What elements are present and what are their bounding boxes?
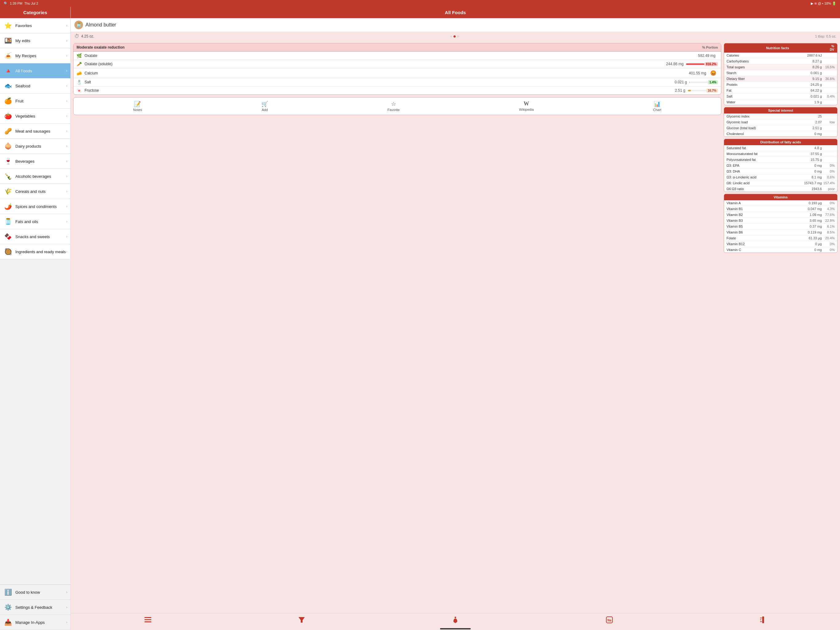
home-bar [440, 628, 471, 629]
dot-2[interactable] [453, 35, 456, 38]
sidebar-label-settings: Settings & Feedback [15, 605, 66, 610]
sidebar-label-vegetables: Vegetables [15, 114, 66, 119]
sidebar-item-beverages[interactable]: 🍷 Beverages › [0, 154, 70, 169]
nutr-name-vitamin-rows-1: Vitamin B1 [726, 207, 808, 211]
dot-1[interactable] [450, 35, 452, 38]
dot-3[interactable] [457, 35, 459, 38]
sidebar-label-all-foods: All Foods [15, 69, 66, 73]
favorite-action[interactable]: ☆ Favorite [385, 99, 402, 113]
left-panel: Moderate oxalate reduction % Portion 🌿 O… [73, 43, 721, 611]
nutr-name-vitamin-rows-0: Vitamin A [726, 201, 808, 205]
nutr-dv-nutrition-rows-7: 0.4% [822, 95, 835, 98]
status-icons: ▶ ≋ @ ▪ 18% 🔋 [811, 2, 836, 6]
sidebar-item-ingredients[interactable]: 🥘 Ingredients and ready meals › [0, 244, 70, 259]
sidebar-item-dairy[interactable]: 🧅 Dairy products › [0, 139, 70, 154]
sidebar-item-cereals[interactable]: 🌾 Cereals and nuts › [0, 184, 70, 199]
sidebar-item-fruit[interactable]: 🍊 Fruit › [0, 93, 70, 109]
nutr-name-special-interest-rows-2: Glucose (total load) [726, 126, 812, 130]
nutr-value-vitamin-rows-5: 0.119 mg [808, 230, 822, 234]
sidebar-item-good-to-know[interactable]: ℹ️ Good to know › [0, 585, 70, 600]
toolbar-label[interactable]: Na [601, 615, 618, 624]
food-header: 🫙 Almond butter [71, 18, 840, 32]
nutrition-row-vitamin-rows-7: Vitamin B12 0 μg 0% [724, 241, 837, 247]
nutr-name-nutrition-rows-3: Starch [726, 71, 810, 75]
nutr-dv-fatty-acid-rows-6: 157.4% [822, 181, 835, 185]
chevron-icon-good-to-know: › [66, 590, 67, 594]
nutr-dv-nutrition-rows-2: 16.5% [822, 65, 835, 69]
nutr-name-nutrition-rows-7: Salt [726, 95, 810, 98]
chevron-icon-seafood: › [66, 84, 67, 88]
nutr-value-special-interest-rows-3: 0 mg [815, 132, 822, 136]
sidebar-bottom: ℹ️ Good to know › ⚙️ Settings & Feedback… [0, 584, 70, 630]
toolbar-list[interactable] [140, 616, 156, 624]
add-action[interactable]: 🛒 Add [259, 99, 271, 113]
progress-4 [688, 90, 706, 91]
svg-text:Na: Na [607, 619, 611, 622]
notes-icon: 📝 [134, 101, 141, 108]
nutrition-facts-section: Nutrition facts % DV Calories 2887.6 kJ … [724, 43, 838, 105]
content-header-title: All Foods [445, 10, 466, 15]
oxalate-icon-0: 🌿 [77, 53, 83, 58]
nutr-value-vitamin-rows-7: 0 μg [815, 242, 822, 246]
sidebar-item-fats[interactable]: 🫙 Fats and oils › [0, 214, 70, 229]
svg-rect-0 [145, 617, 151, 618]
sidebar-item-alcoholic[interactable]: 🍾 Alcoholic beverages › [0, 169, 70, 184]
chevron-icon-alcoholic: › [66, 174, 67, 179]
oxalate-badge-1: 816.2% [704, 62, 718, 66]
nutr-name-nutrition-rows-1: Carbohydrates [726, 59, 812, 63]
sidebar-item-all-foods[interactable]: 🔺 All Foods › [0, 63, 70, 78]
chevron-icon-beverages: › [66, 159, 67, 163]
svg-point-3 [455, 617, 456, 618]
sidebar-label-beverages: Beverages [15, 159, 66, 164]
wikipedia-action[interactable]: W Wikipedia [516, 99, 536, 113]
nutrition-row-vitamin-rows-6: Folate 61.33 μg 20.4% [724, 235, 837, 241]
nutr-value-vitamin-rows-3: 3.65 mg [810, 219, 822, 222]
chevron-icon-ingredients: › [66, 250, 67, 254]
nutr-dv-vitamin-rows-0: 0% [822, 201, 835, 205]
sidebar-item-my-recipes[interactable]: 🍝 My Recipes › [0, 48, 70, 63]
sidebar-item-settings[interactable]: ⚙️ Settings & Feedback › [0, 600, 70, 615]
nutrition-row-nutrition-rows-6: Fat 64.22 g [724, 88, 837, 93]
chart-action[interactable]: 📊 Chart [651, 99, 664, 113]
toolbar-alert[interactable] [447, 615, 463, 624]
sidebar-icon-good-to-know: ℹ️ [3, 587, 13, 597]
nutrition-row-vitamin-rows-1: Vitamin B1 0.047 mg 4.3% [724, 206, 837, 212]
sidebar-item-meat-sausages[interactable]: 🥜 Meat and sausages › [0, 123, 70, 139]
status-date: Thu Jul 2 [24, 2, 38, 5]
oxalate-row-3: 🧂 Salt 0.021 g 1.4% [74, 78, 721, 86]
sidebar-item-spices[interactable]: 🌶️ Spices and condiments › [0, 199, 70, 214]
nutr-value-fatty-acid-rows-1: 37.55 g [810, 152, 822, 156]
sidebar-item-vegetables[interactable]: 🍅 Vegetables › [0, 109, 70, 123]
sidebar-icon-cereals: 🌾 [3, 187, 13, 196]
oxalate-name-3: Salt [85, 80, 674, 84]
sidebar-icon-seafood: 🐟 [3, 81, 13, 91]
nutr-value-vitamin-rows-2: 1.09 mg [810, 213, 822, 217]
chevron-icon-all-foods: › [66, 69, 67, 73]
nutr-value-nutrition-rows-8: 1.9 g [815, 100, 822, 104]
oxalate-value-2: 401.55 mg [689, 71, 706, 75]
notes-action[interactable]: 📝 Notes [131, 99, 145, 113]
sidebar-item-manage[interactable]: 📥 Manage In-Apps › [0, 615, 70, 630]
sidebar-item-favorites[interactable]: ⭐ Favorites › [0, 18, 70, 33]
sidebar-title: Categories [24, 10, 47, 15]
nutr-dv-vitamin-rows-2: 77.6% [822, 213, 835, 217]
sidebar-item-seafood[interactable]: 🐟 Seafood › [0, 78, 70, 93]
toolbar-ruler[interactable] [755, 615, 771, 624]
nutr-name-special-interest-rows-3: Cholesterol [726, 132, 815, 136]
sidebar-icon-my-edits: 🍱 [3, 36, 13, 46]
food-icon: 🫙 [74, 21, 83, 29]
nutrition-row-fatty-acid-rows-6: Ω6: Linolic acid 15743.7 mg 157.4% [724, 180, 837, 186]
sidebar-item-my-edits[interactable]: 🍱 My edits › [0, 33, 70, 48]
nutrition-row-special-interest-rows-3: Cholesterol 0 mg [724, 131, 837, 136]
nutr-name-nutrition-rows-2: Total sugars [726, 65, 812, 69]
toolbar-filter[interactable] [294, 616, 309, 624]
food-name: Almond butter [85, 22, 116, 28]
special-interest-section: Special interest Glycemic index 25 Glyce… [724, 107, 838, 137]
chevron-icon-my-recipes: › [66, 54, 67, 58]
svg-rect-11 [760, 621, 762, 622]
svg-rect-2 [145, 621, 151, 622]
nutr-value-fatty-acid-rows-5: 8.1 mg [812, 175, 822, 179]
sidebar-item-snacks[interactable]: 🍫 Snacks and sweets › [0, 229, 70, 244]
sidebar-icon-spices: 🌶️ [3, 201, 13, 211]
sidebar-icon-snacks: 🍫 [3, 232, 13, 242]
